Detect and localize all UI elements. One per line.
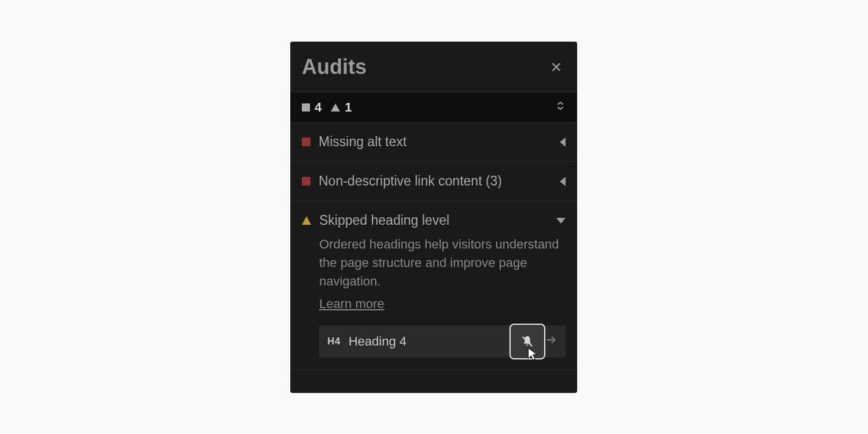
- error-icon: [302, 138, 311, 146]
- audit-summary[interactable]: 4 1: [290, 92, 577, 123]
- element-name: Heading 4: [349, 334, 537, 349]
- close-button[interactable]: [547, 58, 566, 76]
- audit-item-header[interactable]: Skipped heading level: [302, 213, 566, 228]
- cursor-icon: [527, 347, 538, 362]
- error-icon: [302, 177, 311, 186]
- affected-element-row[interactable]: H4 Heading 4: [319, 325, 566, 358]
- chevron-left-icon: [560, 138, 566, 147]
- warning-count: 1: [345, 100, 352, 115]
- audit-item-left: Skipped heading level: [302, 213, 449, 228]
- audit-label: Non-descriptive link content (3): [319, 173, 502, 189]
- collapse-icon: [555, 100, 566, 112]
- chevron-down-icon: [556, 218, 566, 224]
- chevron-left-icon: [560, 177, 566, 186]
- error-count: 4: [315, 100, 322, 115]
- collapse-all-button[interactable]: [555, 100, 566, 115]
- close-icon: [550, 61, 563, 73]
- audit-item-non-descriptive-link[interactable]: Non-descriptive link content (3): [290, 162, 577, 201]
- panel-header: Audits: [290, 42, 577, 92]
- warning-icon: [302, 216, 311, 225]
- audit-description: Ordered headings help visitors understan…: [302, 235, 566, 291]
- audits-panel: Audits 4 1 Missing alt text: [290, 42, 577, 393]
- learn-more-link[interactable]: Learn more: [302, 296, 385, 311]
- heading-badge: H4: [327, 336, 341, 347]
- audit-item-left: Non-descriptive link content (3): [302, 173, 502, 189]
- warning-triangle-icon: [331, 103, 340, 112]
- arrow-right-icon: [545, 333, 557, 350]
- audit-label: Skipped heading level: [319, 213, 449, 228]
- audit-item-skipped-heading: Skipped heading level Ordered headings h…: [290, 201, 577, 370]
- mute-audit-button[interactable]: [509, 324, 545, 359]
- audit-item-missing-alt[interactable]: Missing alt text: [290, 123, 577, 162]
- audit-item-left: Missing alt text: [302, 134, 407, 150]
- error-square-icon: [302, 103, 310, 112]
- audit-label: Missing alt text: [319, 134, 407, 150]
- panel-title: Audits: [302, 55, 367, 79]
- summary-counts: 4 1: [302, 100, 357, 115]
